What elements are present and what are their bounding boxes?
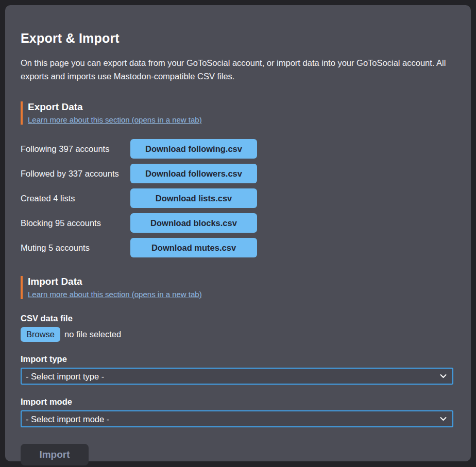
- export-row-blocks: Blocking 95 accounts Download blocks.csv: [21, 213, 455, 233]
- download-mutes-button[interactable]: Download mutes.csv: [130, 238, 257, 257]
- followers-count-label: Followed by 337 accounts: [21, 169, 130, 179]
- export-section-header: Export Data Learn more about this sectio…: [21, 101, 455, 125]
- import-type-select-wrap: - Select import type -: [21, 368, 453, 385]
- blocks-count-label: Blocking 95 accounts: [21, 218, 130, 228]
- mutes-count-label: Muting 5 accounts: [21, 243, 130, 253]
- import-section-title: Import Data: [28, 276, 455, 287]
- export-import-panel: Export & Import On this page you can exp…: [5, 5, 471, 461]
- download-following-button[interactable]: Download following.csv: [130, 139, 257, 159]
- import-learn-more-link[interactable]: Learn more about this section (opens in …: [28, 290, 202, 299]
- import-section-header: Import Data Learn more about this sectio…: [21, 276, 455, 299]
- import-type-label: Import type: [21, 354, 455, 364]
- export-row-followers: Followed by 337 accounts Download follow…: [21, 164, 455, 183]
- lists-count-label: Created 4 lists: [21, 194, 130, 203]
- import-mode-label: Import mode: [21, 397, 455, 407]
- export-row-mutes: Muting 5 accounts Download mutes.csv: [21, 238, 455, 257]
- import-mode-select-wrap: - Select import mode -: [21, 410, 453, 427]
- csv-file-label: CSV data file: [21, 314, 455, 323]
- csv-file-input: Browse no file selected: [21, 327, 455, 342]
- download-blocks-button[interactable]: Download blocks.csv: [130, 213, 257, 233]
- download-followers-button[interactable]: Download followers.csv: [130, 164, 257, 183]
- import-mode-select[interactable]: - Select import mode -: [21, 410, 453, 427]
- export-learn-more-link[interactable]: Learn more about this section (opens in …: [28, 115, 202, 124]
- no-file-selected-text: no file selected: [64, 330, 121, 339]
- page-title: Export & Import: [21, 31, 455, 46]
- following-count-label: Following 397 accounts: [21, 144, 130, 154]
- export-row-lists: Created 4 lists Download lists.csv: [21, 188, 455, 208]
- export-row-following: Following 397 accounts Download followin…: [21, 139, 455, 159]
- export-section: Export Data Learn more about this sectio…: [21, 101, 455, 257]
- import-type-select[interactable]: - Select import type -: [21, 368, 453, 385]
- browse-button[interactable]: Browse: [21, 327, 60, 342]
- page-description: On this page you can export data from yo…: [21, 56, 455, 83]
- import-submit-button[interactable]: Import: [21, 444, 89, 465]
- import-section: Import Data Learn more about this sectio…: [21, 276, 455, 465]
- export-section-title: Export Data: [28, 101, 455, 113]
- download-lists-button[interactable]: Download lists.csv: [130, 188, 257, 208]
